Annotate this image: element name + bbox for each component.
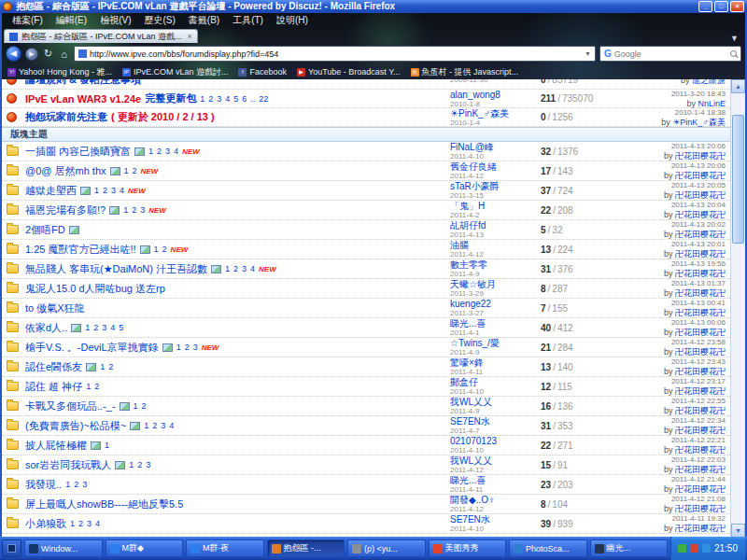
- thread-page-link[interactable]: 2: [94, 382, 99, 391]
- last-poster-link[interactable]: 卍花田樱花卍: [675, 210, 726, 219]
- last-poster-link[interactable]: 卍花田樱花卍: [675, 484, 726, 494]
- taskbar-button[interactable]: M群◆: [106, 539, 184, 557]
- reload-icon[interactable]: ↻: [42, 48, 54, 60]
- thread-page-link[interactable]: 4: [225, 94, 230, 104]
- thread-page-link[interactable]: 3: [140, 205, 145, 215]
- last-poster-link[interactable]: 卍花田樱花卍: [675, 328, 726, 337]
- thread-page-link[interactable]: 1: [200, 94, 204, 104]
- tab-forum[interactable]: 抱怨區 - 綜合版區 - IPvE.COM vLan 遊戲... ×: [4, 29, 198, 43]
- author-link[interactable]: sTaR小豪爵: [450, 181, 541, 191]
- thread-page-link[interactable]: 1: [86, 382, 91, 391]
- thread-page-link[interactable]: 2: [74, 480, 78, 489]
- thread-page-link[interactable]: 2: [208, 94, 213, 104]
- last-poster-link[interactable]: 卍花田樱花卍: [675, 190, 726, 200]
- last-poster-link[interactable]: 卍花田樱花卍: [675, 524, 726, 533]
- author-link[interactable]: 睇光...喜: [450, 475, 541, 485]
- thread-page-link[interactable]: 2: [137, 460, 142, 469]
- google-logo-icon[interactable]: G: [604, 49, 612, 59]
- author-link[interactable]: SE7EN水: [450, 416, 541, 427]
- thread-page-link[interactable]: 1: [85, 323, 90, 332]
- thread-title-link[interactable]: 論壇規則 & 發帖注意事項: [25, 79, 141, 87]
- last-poster-link[interactable]: 卍花田樱花卍: [675, 249, 726, 259]
- menu-item[interactable]: 工具(T): [226, 14, 270, 27]
- tray-red-icon[interactable]: [690, 544, 698, 553]
- thread-page-link[interactable]: 2: [93, 323, 98, 332]
- url-dropdown-icon[interactable]: ▼: [585, 50, 591, 57]
- bookmark-item[interactable]: ▶YouTube - Broadcast Y...: [297, 67, 401, 77]
- thread-page-link[interactable]: 1: [225, 264, 230, 273]
- thread-page-link[interactable]: 3: [146, 460, 150, 469]
- thread-title-link[interactable]: 依家d人..: [25, 321, 67, 335]
- thread-title-link[interactable]: (免費賣廣告)~松品模~: [25, 419, 126, 433]
- thread-title-link[interactable]: 披人屁恠極權: [25, 439, 87, 453]
- thread-page-link[interactable]: 1: [124, 166, 129, 175]
- author-link[interactable]: 郵盒仔: [450, 377, 541, 387]
- thread-page-link[interactable]: 3: [161, 421, 165, 430]
- thread-page-link[interactable]: 3: [82, 480, 87, 489]
- thread-page-link[interactable]: 1: [65, 480, 70, 489]
- author-link[interactable]: 油腸: [450, 240, 541, 250]
- thread-page-link[interactable]: 1: [123, 205, 128, 215]
- search-input[interactable]: [614, 49, 727, 59]
- thread-page-link[interactable]: 3: [217, 94, 221, 104]
- search-icon[interactable]: [730, 50, 737, 57]
- thread-title-link[interactable]: 認住e閪係友: [25, 360, 82, 374]
- thread-page-link[interactable]: 1: [100, 362, 105, 371]
- thread-page-link[interactable]: 3: [165, 147, 170, 156]
- author-link[interactable]: 我WL乂乂: [450, 397, 541, 407]
- author-link[interactable]: 數主零零: [450, 259, 541, 270]
- thread-title-link[interactable]: 無品賤人 客串玩(★DaiMoN) 汁王吾認數: [25, 262, 207, 276]
- thread-page-link[interactable]: 1: [134, 401, 138, 411]
- author-link[interactable]: 乩胡仔fd: [450, 220, 541, 231]
- taskbar-button[interactable]: Window...: [24, 539, 103, 557]
- author-link[interactable]: 驚嚎×鋒: [450, 357, 541, 368]
- author-link[interactable]: 天蠍☆敏月: [450, 279, 541, 289]
- bookmark-item[interactable]: fFacebook: [238, 67, 287, 77]
- menu-item[interactable]: 說明(H): [270, 14, 315, 27]
- last-poster-link[interactable]: 卍花田樱花卍: [675, 426, 726, 435]
- author-link[interactable]: 021070123: [450, 436, 541, 446]
- thread-page-link[interactable]: 22: [259, 94, 268, 104]
- last-poster-link[interactable]: 卍花田樱花卍: [675, 308, 726, 317]
- last-poster-link[interactable]: 卍花田樱花卍: [675, 269, 726, 278]
- thread-title-link[interactable]: 1.25 魔獸官方已經出咗!!: [25, 243, 136, 257]
- thread-title-link[interactable]: 槍手V.S. 。-DeviL京單挑實錄: [25, 341, 159, 355]
- scrollbar-thumb[interactable]: [732, 115, 744, 244]
- thread-page-link[interactable]: 2: [185, 343, 190, 352]
- thread-title-link[interactable]: 我發現..: [25, 478, 62, 492]
- thread-page-link[interactable]: 5: [119, 323, 123, 332]
- home-icon[interactable]: ⌂: [58, 49, 70, 60]
- thread-page-link[interactable]: ..: [250, 94, 255, 104]
- thread-page-link[interactable]: 2: [152, 421, 157, 430]
- thread-page-link[interactable]: 4: [95, 519, 100, 528]
- author-link[interactable]: 開發◆..O♀: [450, 495, 541, 505]
- thread-page-link[interactable]: 2: [78, 519, 83, 528]
- thread-title-link[interactable]: sor岩岩同我玩戰人: [25, 458, 111, 472]
- thread-page-link[interactable]: 1: [105, 441, 109, 450]
- menu-item[interactable]: 歷史(S): [137, 14, 181, 27]
- thread-page-link[interactable]: 4: [169, 421, 174, 430]
- thread-page-link[interactable]: 1: [129, 460, 134, 469]
- author-link[interactable]: ☀PinK_♂森美: [450, 108, 541, 119]
- last-poster-link[interactable]: 卍花田樱花卍: [675, 406, 726, 415]
- menu-item[interactable]: 編輯(E): [49, 14, 93, 27]
- thread-page-link[interactable]: 1: [70, 519, 75, 528]
- last-poster-link[interactable]: 卍花田樱花卍: [675, 288, 726, 298]
- bookmark-item[interactable]: Y!Yahoo! Hong Kong - 雅...: [7, 66, 112, 78]
- last-poster-link[interactable]: 卍花田樱花卍: [675, 386, 726, 396]
- thread-title-link[interactable]: 一插圖 內容已換晒寶富: [25, 145, 131, 159]
- tab-list-dropdown-icon[interactable]: ▼: [726, 34, 743, 43]
- author-link[interactable]: 「鬼」H: [450, 201, 541, 211]
- author-link[interactable]: alan_wong8: [450, 90, 541, 100]
- last-poster-link[interactable]: 卍花田樱花卍: [675, 347, 726, 357]
- taskbar-button[interactable]: M群·夜: [186, 539, 264, 557]
- last-poster-link[interactable]: 卍花田樱花卍: [675, 151, 726, 161]
- thread-title-link[interactable]: 越獄走塱西: [25, 184, 77, 198]
- thread-page-link[interactable]: 3: [102, 323, 106, 332]
- bookmark-item[interactable]: 魚魚蛋村 - 提供 Javascript...: [411, 66, 519, 78]
- thread-page-link[interactable]: 3: [87, 519, 92, 528]
- thread-title-link[interactable]: ( 更新於 2010 / 2 / 13 ): [111, 110, 215, 124]
- bookmark-item[interactable]: IPIPvE.COM vLan 遊戲討...: [122, 66, 229, 78]
- thread-page-link[interactable]: 1: [144, 421, 148, 430]
- last-poster-link[interactable]: 卍花田樱花卍: [675, 465, 726, 474]
